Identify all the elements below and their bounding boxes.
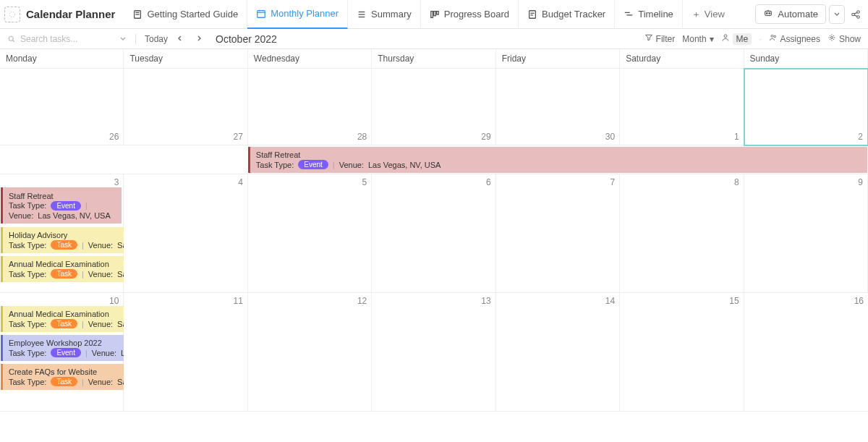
calendar-cell[interactable]: 14: [496, 293, 620, 412]
assignees-filter[interactable]: Assignees: [769, 33, 820, 44]
event-venue: Las Vegas, NV, USA: [38, 211, 111, 220]
day-number: 30: [605, 132, 615, 142]
calendar-cell[interactable]: 1: [620, 69, 744, 145]
calendar-cell[interactable]: 12: [248, 293, 372, 412]
automate-button[interactable]: Automate: [755, 4, 826, 24]
calendar-cell[interactable]: 29: [372, 69, 495, 145]
tab-budget-tracker[interactable]: Budget Tracker: [519, 0, 615, 29]
day-number: 3: [114, 177, 119, 187]
gear-icon: [827, 33, 836, 44]
event-title: Employee Workshop 2022: [9, 339, 102, 347]
people-icon: [769, 33, 778, 44]
weekday-header: Tuesday: [124, 49, 247, 69]
event-staff-retreat[interactable]: Staff Retreat Task Type: Event | Venue: …: [248, 147, 867, 173]
tab-getting-started[interactable]: Getting Started Guide: [124, 0, 247, 29]
calendar-cell[interactable]: 30: [496, 69, 620, 145]
show-options[interactable]: Show: [827, 33, 861, 44]
filter-button[interactable]: Filter: [644, 33, 676, 44]
day-number: 6: [486, 177, 491, 187]
field-label: Venue:: [339, 161, 364, 169]
event-tag: Task: [51, 377, 77, 386]
field-label: Venue:: [88, 378, 113, 386]
chevron-down-icon[interactable]: [119, 35, 127, 45]
event-tag: Event: [51, 201, 81, 211]
field-label: Task Type:: [9, 241, 46, 250]
tab-monthly-planner[interactable]: Monthly Planner: [247, 0, 348, 29]
tab-progress-board[interactable]: Progress Board: [421, 0, 519, 29]
tab-label: Timeline: [638, 9, 673, 20]
view-mode-dropdown[interactable]: Month ▾: [682, 34, 713, 44]
weekday-header: Friday: [496, 49, 620, 69]
calendar-cell[interactable]: 27: [124, 69, 247, 145]
day-number: 28: [357, 132, 367, 142]
field-label: Venue:: [88, 320, 113, 328]
calendar-cell[interactable]: 26: [0, 69, 124, 145]
robot-icon: [763, 8, 773, 20]
automate-dropdown[interactable]: [829, 5, 845, 24]
tab-label: Monthly Planner: [271, 8, 339, 19]
divider: [135, 34, 136, 44]
calendar-cell[interactable]: 28 Staff Retreat Task Type: Event | Venu…: [248, 69, 372, 145]
tab-label: Summary: [371, 9, 412, 20]
separator: |: [85, 201, 88, 210]
field-label: Venue:: [88, 241, 113, 250]
svg-rect-12: [433, 11, 435, 15]
day-number: 14: [605, 296, 615, 306]
list-icon: [357, 9, 367, 20]
app-icon: [4, 7, 20, 22]
filter-icon: [644, 33, 653, 44]
person-icon: [721, 33, 730, 44]
separator: |: [82, 320, 84, 328]
dot-separator: ·: [759, 34, 761, 44]
calendar-cell[interactable]: 7: [496, 174, 620, 293]
calendar-cell[interactable]: 4: [124, 174, 247, 293]
tab-timeline[interactable]: Timeline: [615, 0, 683, 29]
tab-label: Getting Started Guide: [147, 9, 238, 20]
tab-summary[interactable]: Summary: [348, 0, 421, 29]
weekday-header: Sunday: [744, 49, 868, 69]
event-tag: Event: [51, 348, 81, 357]
calendar-cell[interactable]: 9: [744, 174, 868, 293]
calendar-cell-today[interactable]: 2: [744, 69, 868, 145]
field-label: Task Type:: [9, 378, 46, 386]
svg-point-21: [769, 13, 770, 14]
svg-line-27: [854, 14, 857, 16]
svg-point-23: [852, 13, 855, 16]
current-month-label: October 2022: [216, 33, 277, 45]
calendar-cell[interactable]: 6: [372, 174, 495, 293]
calendar-cell[interactable]: 5: [248, 174, 372, 293]
page-title: Calendar Planner: [26, 8, 115, 20]
search-input[interactable]: [7, 33, 127, 46]
svg-rect-13: [436, 11, 438, 14]
field-label: Task Type:: [9, 201, 46, 210]
separator: |: [82, 241, 84, 250]
event-staff-retreat-cont[interactable]: Staff Retreat Task Type: Event | Venue: …: [1, 187, 122, 224]
event-title: Holiday Advisory: [9, 231, 67, 239]
separator: |: [82, 378, 84, 386]
calendar-cell[interactable]: 16: [744, 293, 868, 412]
view-mode-label: Month: [682, 34, 706, 44]
day-number: 29: [481, 132, 490, 142]
calendar-cell[interactable]: 8: [620, 174, 744, 293]
calendar-cell[interactable]: 15: [620, 293, 744, 412]
today-button[interactable]: Today: [145, 34, 168, 44]
day-number: 13: [481, 296, 490, 306]
calendar-cell[interactable]: 10 Annual Medical Examination Task Type:…: [0, 293, 124, 412]
separator: |: [85, 349, 88, 357]
prev-month-button[interactable]: [174, 34, 187, 44]
me-filter[interactable]: Me: [721, 33, 752, 45]
day-number: 26: [109, 132, 119, 142]
calendar-cell[interactable]: 13: [372, 293, 495, 412]
svg-rect-11: [430, 11, 433, 17]
plus-icon: ＋: [692, 8, 701, 21]
day-number: 8: [734, 177, 739, 187]
weekday-header: Monday: [0, 49, 124, 69]
share-button[interactable]: [848, 5, 864, 24]
timeline-icon: [624, 9, 634, 20]
calendar-cell[interactable]: 3 Staff Retreat Task Type: Event | Venue…: [0, 174, 124, 293]
add-view-button[interactable]: ＋ View: [683, 0, 733, 29]
doc-icon: [132, 9, 142, 20]
svg-point-30: [724, 35, 727, 38]
calendar-cell[interactable]: 11: [124, 293, 247, 412]
next-month-button[interactable]: [192, 34, 205, 44]
